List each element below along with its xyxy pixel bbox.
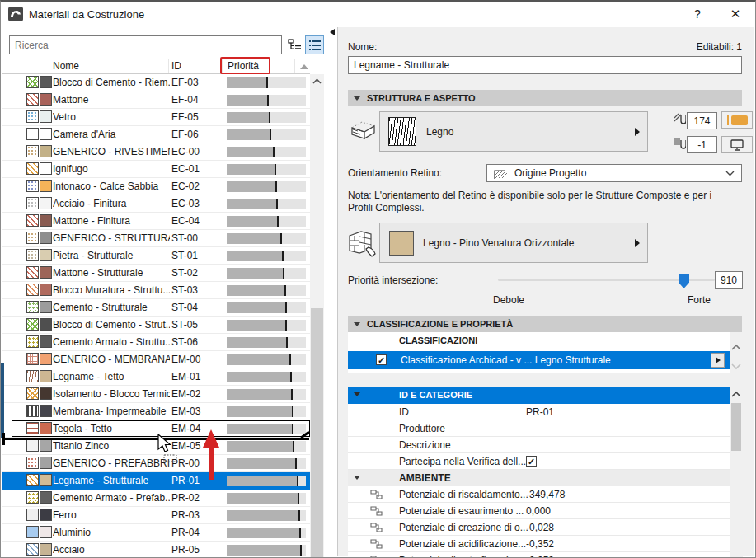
- property-group-header[interactable]: ID E CATEGORIE: [348, 387, 730, 404]
- table-row[interactable]: Blocco di Cemento - Riem...EF-03: [2, 74, 310, 91]
- tree-view-button[interactable]: [285, 35, 304, 54]
- surface-selector-button[interactable]: Legno - Pino Venatura Orizzontale: [379, 223, 648, 263]
- scrollbar-thumb[interactable]: [731, 403, 741, 451]
- property-label: ID: [399, 406, 409, 418]
- table-row[interactable]: Isolamento - Blocco TermicoEM-02: [2, 386, 310, 403]
- table-row[interactable]: AcciaioPR-05: [2, 542, 310, 558]
- scroll-up-icon[interactable]: [731, 391, 741, 397]
- property-row[interactable]: Potenziale di acidificazione...-0,352: [348, 536, 730, 552]
- property-group-header[interactable]: AMBIENTE: [348, 470, 730, 486]
- table-row[interactable]: GENERICO - MEMBRANA ...EM-00: [2, 351, 310, 368]
- table-row[interactable]: Pietra - StrutturaleST-01: [2, 247, 310, 265]
- property-value[interactable]: -0,059: [526, 555, 554, 558]
- cut-pen-input[interactable]: [687, 112, 717, 129]
- table-row[interactable]: Titanio ZincoEM-05: [2, 438, 310, 455]
- property-value[interactable]: PR-01: [526, 406, 554, 418]
- table-row[interactable]: MattoneEF-04: [2, 91, 310, 109]
- cut-pattern-swatch: [26, 180, 39, 192]
- table-row[interactable]: Cemento - StrutturaleST-04: [2, 299, 310, 317]
- cut-pattern-swatch: [26, 370, 39, 382]
- orientation-dropdown[interactable]: Origine Progetto: [486, 164, 742, 182]
- section-classification[interactable]: CLASSIFICAZIONE E PROPRIETÀ: [348, 316, 742, 332]
- priority-bar: [227, 354, 306, 365]
- table-row[interactable]: FerroPR-03: [2, 507, 310, 524]
- section-structure[interactable]: STRUTTURA E ASPETTO: [348, 90, 742, 106]
- priority-value-input[interactable]: 910: [715, 271, 743, 289]
- table-row[interactable]: Mattone - FinituraEC-04: [2, 213, 310, 230]
- column-header-priority[interactable]: Priorità: [228, 60, 259, 72]
- material-id: PR-01: [171, 475, 200, 486]
- property-value[interactable]: -0,352: [526, 538, 554, 550]
- priority-bar-fill: [227, 268, 284, 279]
- table-row[interactable]: AluminioPR-04: [2, 524, 310, 542]
- table-row[interactable]: Tegola - TettoEM-04: [2, 420, 310, 438]
- table-row[interactable]: Legname - TettoEM-01: [2, 368, 310, 386]
- list-view-button[interactable]: [305, 35, 324, 54]
- class-scroll-down-icon[interactable]: [731, 363, 741, 370]
- material-id: EF-06: [171, 129, 199, 140]
- property-row[interactable]: Potenziale di esaurimento ...0,000: [348, 503, 730, 519]
- table-row[interactable]: GENERICO - RIVESTIMENT...EC-00: [2, 143, 310, 161]
- property-row[interactable]: Partecipa nella Verifica dell...✓: [348, 453, 730, 470]
- material-name: Titanio Zinco: [53, 440, 170, 452]
- table-row[interactable]: Membrana- ImpermeabileEM-03: [2, 403, 310, 420]
- classification-row[interactable]: ✓ Classificazione Archicad - v ... Legno…: [348, 351, 730, 369]
- table-row[interactable]: Legname - StrutturalePR-01: [2, 472, 310, 490]
- table-row[interactable]: Blocco Muratura - Struttu...ST-03: [2, 282, 310, 299]
- scrollbar-thumb[interactable]: [311, 308, 323, 558]
- property-row[interactable]: Potenziale di riscaldamento...-349,478: [348, 486, 730, 503]
- screen-only-button[interactable]: [721, 136, 753, 153]
- material-name: Intonaco - Calce Sabbia: [53, 181, 170, 192]
- property-value[interactable]: -349,478: [526, 489, 565, 500]
- table-row[interactable]: VetroEF-05: [2, 109, 310, 126]
- cut-pattern-swatch: [26, 405, 39, 417]
- pen-color-button[interactable]: [721, 111, 753, 129]
- property-value[interactable]: 0,000: [526, 505, 551, 517]
- class-scroll-up-icon[interactable]: [731, 344, 741, 350]
- material-name: Blocco di Cemento - Riem...: [53, 77, 170, 88]
- property-value[interactable]: -0,028: [526, 522, 554, 533]
- table-row[interactable]: GENERICO - STRUTTURALEST-00: [2, 230, 310, 247]
- property-row[interactable]: Potenziale di eutrofizzazio...-0,059: [348, 552, 730, 558]
- materials-scrollbar[interactable]: [310, 74, 324, 558]
- surface-color-swatch: [40, 214, 52, 227]
- surface-color-swatch: [40, 284, 52, 296]
- bg-pen-input[interactable]: [687, 136, 717, 153]
- table-row[interactable]: Camera d'AriaEF-06: [2, 126, 310, 143]
- fill-selector-button[interactable]: Legno: [379, 111, 648, 152]
- surface-color-swatch: [40, 318, 52, 331]
- table-row[interactable]: Blocco di Cemento - Strut...ST-05: [2, 317, 310, 334]
- property-row[interactable]: IDPR-01: [348, 404, 730, 420]
- panel-collapse-icon[interactable]: [330, 29, 335, 35]
- table-row[interactable]: GENERICO - PREFABBRICA...PR-00: [2, 455, 310, 472]
- priority-bar: [227, 233, 306, 244]
- table-row[interactable]: Intonaco - Calce SabbiaEC-02: [2, 178, 310, 195]
- cut-pattern-swatch: [26, 353, 39, 365]
- table-row[interactable]: Cemento Armato - Prefab...PR-02: [2, 490, 310, 507]
- cut-pattern-swatch: [26, 266, 39, 279]
- drop-line-left-cap: [2, 433, 5, 445]
- material-id: EC-00: [171, 146, 200, 157]
- scroll-up-icon[interactable]: [312, 78, 322, 84]
- priority-bar: [227, 545, 306, 556]
- material-name-input[interactable]: [348, 56, 742, 74]
- cut-pattern-swatch: [26, 301, 39, 313]
- property-row[interactable]: Produttore: [348, 420, 730, 437]
- property-row[interactable]: Potenziale di creazione di o...-0,028: [348, 519, 730, 536]
- cut-pen-icon: [674, 113, 686, 126]
- help-button[interactable]: ?: [687, 5, 708, 23]
- table-row[interactable]: IgnifugoEC-01: [2, 161, 310, 178]
- property-row[interactable]: Descrizione: [348, 437, 730, 453]
- classification-flyout-button[interactable]: [711, 353, 725, 368]
- property-checkbox[interactable]: ✓: [526, 456, 537, 467]
- sort-arrow-icon[interactable]: [300, 64, 308, 69]
- table-row[interactable]: Cemento Armato - Struttu...ST-06: [2, 334, 310, 351]
- table-row[interactable]: Mattone - StrutturaleST-02: [2, 265, 310, 282]
- table-row[interactable]: Acciaio - FinituraEC-03: [2, 195, 310, 213]
- column-header-id[interactable]: ID: [171, 60, 181, 72]
- classification-checkbox[interactable]: ✓: [376, 354, 387, 365]
- search-input[interactable]: [9, 35, 282, 54]
- column-header-name[interactable]: Nome: [53, 60, 79, 72]
- close-button[interactable]: ✕: [725, 5, 746, 23]
- property-scrollbar[interactable]: [730, 387, 743, 558]
